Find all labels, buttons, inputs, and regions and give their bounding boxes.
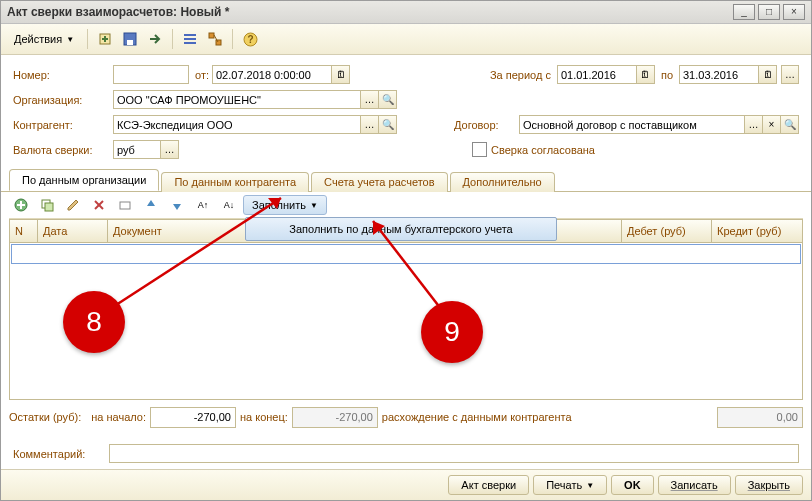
close-button[interactable]: ×	[783, 4, 805, 20]
svg-rect-8	[209, 33, 214, 38]
chevron-down-icon: ▼	[310, 201, 318, 210]
tab-by-org[interactable]: По данным организации	[9, 169, 159, 191]
tab-strip: По данным организации По данным контраге…	[1, 169, 811, 192]
svg-rect-4	[127, 40, 133, 45]
ok-label: OK	[624, 479, 641, 491]
calendar-icon[interactable]: 🗓	[332, 65, 350, 84]
contract-select-button[interactable]: …	[745, 115, 763, 134]
search-icon[interactable]: 🔍	[781, 115, 799, 134]
print-button[interactable]: Печать▼	[533, 475, 607, 495]
titlebar: Акт сверки взаиморасчетов: Новый * _ □ ×	[1, 1, 811, 24]
tab-additional[interactable]: Дополнительно	[450, 172, 555, 192]
write-button[interactable]: Записать	[658, 475, 731, 495]
diff-value: 0,00	[717, 407, 803, 428]
callout-9: 9	[421, 301, 483, 363]
svg-text:?: ?	[247, 34, 253, 45]
print-act-button[interactable]: Акт сверки	[448, 475, 529, 495]
number-input[interactable]	[113, 65, 189, 84]
struct-icon[interactable]	[204, 28, 226, 50]
print-act-label: Акт сверки	[461, 479, 516, 491]
date-input[interactable]: 02.07.2018 0:00:00	[212, 65, 332, 84]
footer-toolbar: Акт сверки Печать▼ OK Записать Закрыть	[1, 469, 811, 500]
contr-select-button[interactable]: …	[361, 115, 379, 134]
from-label: от:	[189, 69, 212, 81]
print-label: Печать	[546, 479, 582, 491]
svg-line-23	[373, 221, 448, 318]
period-select-button[interactable]: …	[781, 65, 799, 84]
svg-rect-7	[184, 42, 196, 44]
ok-button[interactable]: OK	[611, 475, 654, 495]
col-n[interactable]: N	[10, 220, 38, 242]
diff-label: расхождение с данными контрагента	[382, 411, 572, 423]
chevron-down-icon: ▼	[66, 35, 74, 44]
currency-label: Валюта сверки:	[13, 144, 113, 156]
balance-label: Остатки (руб):	[9, 411, 81, 423]
start-value[interactable]: -270,00	[150, 407, 236, 428]
col-debit[interactable]: Дебет (руб)	[622, 220, 712, 242]
end-value: -270,00	[292, 407, 378, 428]
number-label: Номер:	[13, 69, 113, 81]
save-icon[interactable]	[119, 28, 141, 50]
close-button[interactable]: Закрыть	[735, 475, 803, 495]
end-label: на конец:	[240, 411, 288, 423]
window-title: Акт сверки взаиморасчетов: Новый *	[7, 5, 730, 19]
goto-icon[interactable]	[144, 28, 166, 50]
help-icon[interactable]: ?	[239, 28, 261, 50]
agreed-label: Сверка согласована	[491, 144, 595, 156]
calendar-icon[interactable]: 🗓	[637, 65, 655, 84]
actions-menu-button[interactable]: Действия ▼	[7, 30, 81, 48]
period-to-label: по	[655, 69, 679, 81]
svg-rect-6	[184, 38, 196, 40]
separator	[87, 29, 88, 49]
org-select-button[interactable]: …	[361, 90, 379, 109]
comment-input[interactable]	[109, 444, 799, 463]
start-label: на начало:	[91, 411, 146, 423]
arrow-8	[96, 190, 291, 310]
calendar-icon[interactable]: 🗓	[759, 65, 777, 84]
summary-row: Остатки (руб): на начало: -270,00 на кон…	[9, 400, 803, 430]
col-credit[interactable]: Кредит (руб)	[712, 220, 802, 242]
contract-label: Договор:	[454, 119, 519, 131]
write-label: Записать	[671, 479, 718, 491]
contract-clear-button[interactable]: ×	[763, 115, 781, 134]
agreed-checkbox[interactable]	[472, 142, 487, 157]
period-from-input[interactable]: 01.01.2016	[557, 65, 637, 84]
copy-row-icon[interactable]	[35, 193, 59, 217]
minimize-button[interactable]: _	[733, 4, 755, 20]
act-reconciliation-window: Акт сверки взаиморасчетов: Новый * _ □ ×…	[0, 0, 812, 501]
contr-label: Контрагент:	[13, 119, 113, 131]
svg-marker-22	[268, 198, 281, 209]
edit-row-icon[interactable]	[61, 193, 85, 217]
form-area: Номер: от: 02.07.2018 0:00:00 🗓 За перио…	[1, 55, 811, 169]
search-icon[interactable]: 🔍	[379, 90, 397, 109]
contract-input[interactable]: Основной договор с поставщиком	[519, 115, 745, 134]
actions-label: Действия	[14, 33, 62, 45]
separator	[232, 29, 233, 49]
org-label: Организация:	[13, 94, 113, 106]
maximize-button[interactable]: □	[758, 4, 780, 20]
currency-input[interactable]: руб	[113, 140, 161, 159]
close-label: Закрыть	[748, 479, 790, 491]
main-toolbar: Действия ▼ ?	[1, 24, 811, 55]
comment-row: Комментарий:	[1, 438, 811, 469]
chevron-down-icon: ▼	[586, 481, 594, 490]
contragent-input[interactable]: КСЭ-Экспедиция ООО	[113, 115, 361, 134]
org-input[interactable]: ООО "САФ ПРОМОУШЕНС"	[113, 90, 361, 109]
svg-rect-17	[45, 203, 53, 211]
tab-by-contragent[interactable]: По данным контрагента	[161, 172, 309, 192]
add-icon[interactable]	[94, 28, 116, 50]
comment-label: Комментарий:	[13, 448, 103, 460]
svg-line-21	[116, 198, 281, 305]
period-to-input[interactable]: 31.03.2016	[679, 65, 759, 84]
period-from-label: За период с	[490, 69, 557, 81]
list-icon[interactable]	[179, 28, 201, 50]
callout-8: 8	[63, 291, 125, 353]
add-row-icon[interactable]	[9, 193, 33, 217]
tab-accounts[interactable]: Счета учета расчетов	[311, 172, 447, 192]
svg-rect-5	[184, 34, 196, 36]
search-icon[interactable]: 🔍	[379, 115, 397, 134]
separator	[172, 29, 173, 49]
currency-select-button[interactable]: …	[161, 140, 179, 159]
